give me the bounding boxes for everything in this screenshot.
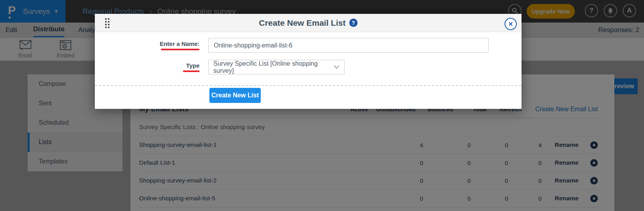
create-new-list-button[interactable]: Create New List <box>209 88 261 103</box>
modal-header: Create New Email List ? <box>95 14 522 32</box>
modal-close-button[interactable]: ✕ <box>505 18 517 30</box>
list-name-input[interactable] <box>208 38 489 53</box>
red-annotation-underline <box>161 49 200 50</box>
type-field-label: Type <box>186 62 200 69</box>
app-window: P Surveys ▼ Regional Products › Online s… <box>0 0 644 211</box>
modal-divider <box>95 85 522 86</box>
list-type-select[interactable]: Survey Specific List [Online shopping su… <box>208 60 345 74</box>
list-type-selected-value: Survey Specific List [Online shopping su… <box>213 60 334 74</box>
type-field-row: Type Survey Specific List [Online shoppi… <box>95 60 522 74</box>
red-annotation-underline <box>183 70 200 72</box>
name-field-label: Enter a Name: <box>160 40 200 47</box>
create-email-list-modal: Create New Email List ? ✕ Enter a Name: … <box>95 14 522 109</box>
chevron-down-icon <box>334 65 339 69</box>
close-icon: ✕ <box>508 21 513 28</box>
question-mark-icon: ? <box>352 20 355 26</box>
modal-help-button[interactable]: ? <box>349 19 358 27</box>
modal-title: Create New Email List <box>259 18 345 28</box>
name-field-row: Enter a Name: <box>95 38 522 53</box>
drag-handle[interactable] <box>105 18 110 29</box>
